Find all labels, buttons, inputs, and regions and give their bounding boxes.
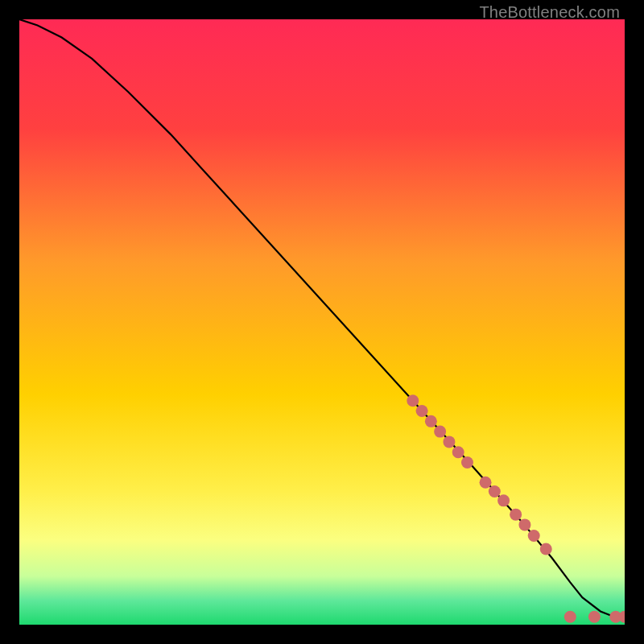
data-point <box>407 394 419 407</box>
data-point <box>452 446 464 458</box>
data-point <box>480 477 492 489</box>
data-point <box>443 436 455 448</box>
data-point <box>528 530 540 542</box>
data-point <box>497 494 510 506</box>
data-point <box>510 509 522 521</box>
attribution-text: TheBottleneck.com <box>479 3 620 22</box>
data-point <box>434 426 446 438</box>
data-point <box>588 611 601 623</box>
data-point <box>518 518 530 530</box>
data-point <box>461 456 473 469</box>
data-point <box>425 415 437 427</box>
data-point <box>564 611 576 623</box>
data-point <box>489 485 501 497</box>
data-point <box>416 405 428 417</box>
chart-plot <box>19 19 625 625</box>
chart-frame <box>19 19 625 625</box>
data-point <box>540 543 552 555</box>
